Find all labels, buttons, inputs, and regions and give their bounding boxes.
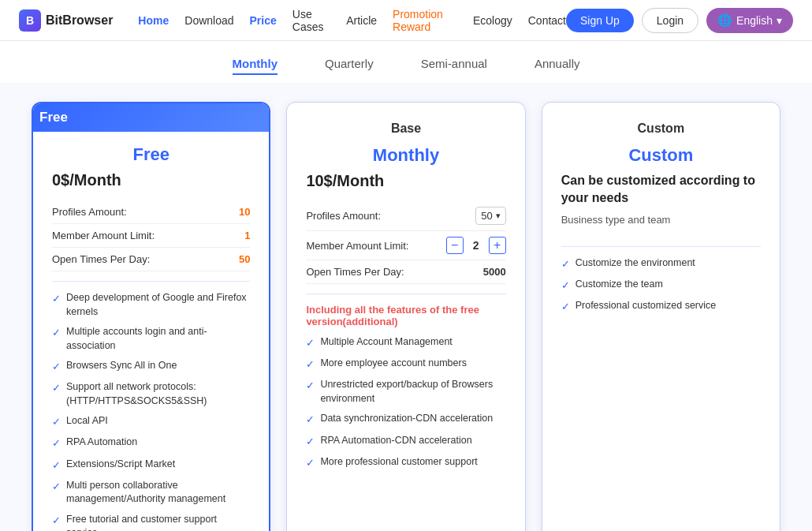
free-divider [52, 281, 250, 282]
free-profiles-value: 10 [239, 206, 250, 218]
nav-contact[interactable]: Contact [528, 14, 566, 27]
base-feature-1: ✓ Multiple Account Management [306, 335, 505, 350]
base-features-note: Including all the features of the free v… [306, 304, 505, 327]
tab-monthly[interactable]: Monthly [233, 57, 278, 75]
navbar: B BitBrowser Home Download Price Use Cas… [0, 0, 812, 41]
free-profiles-label: Profiles Amount: [52, 206, 127, 218]
custom-divider [561, 246, 761, 247]
base-header-text: Base [391, 122, 421, 135]
base-feature-3-text: Unrestricted export/backup of Browsers e… [320, 378, 505, 406]
free-feature-1-text: Deep development of Google and Firefox k… [66, 291, 250, 319]
period-tabs: Monthly Quarterly Semi-annual Annually [0, 41, 812, 83]
free-member-label: Member Amount Limit: [52, 230, 155, 241]
free-opentimes-value: 50 [239, 253, 250, 265]
custom-plan-name: Custom [561, 145, 761, 166]
custom-feature-3-text: Professional customized service [575, 299, 717, 313]
signup-button[interactable]: Sign Up [566, 9, 634, 32]
custom-card-header: Custom [561, 122, 761, 145]
check-icon: ✓ [561, 279, 570, 293]
language-button[interactable]: 🌐 English ▾ [706, 8, 793, 33]
check-icon: ✓ [306, 379, 315, 393]
free-member-row: Member Amount Limit: 1 [52, 224, 250, 248]
custom-plan-desc: Can be customized according to your need… [561, 172, 761, 208]
login-button[interactable]: Login [642, 8, 698, 33]
custom-plan-sub: Business type and team [561, 214, 761, 226]
free-feature-list: ✓ Deep development of Google and Firefox… [52, 291, 250, 531]
base-feature-4-text: Data synchronization-CDN acceleration [320, 412, 493, 426]
check-icon: ✓ [561, 257, 570, 271]
free-feature-4: ✓ Support all network protocols: (HTTP/H… [52, 380, 250, 408]
nav-article[interactable]: Article [346, 14, 377, 27]
base-feature-2-text: More employee account numbers [320, 357, 467, 371]
base-profiles-label: Profiles Amount: [306, 210, 381, 222]
pricing-cards: Free Free 0$/Month Profiles Amount: 10 M… [0, 83, 812, 531]
base-plan-price: 10$/Month [306, 172, 505, 190]
nav-home[interactable]: Home [138, 14, 169, 27]
base-feature-4: ✓ Data synchronization-CDN acceleration [306, 412, 505, 427]
check-icon: ✓ [306, 435, 315, 449]
free-opentimes-row: Open Times Per Day: 50 [52, 248, 250, 271]
free-feature-5-text: Local API [66, 414, 108, 428]
stepper-increment[interactable]: + [489, 237, 506, 254]
nav-actions: Sign Up Login 🌐 English ▾ [566, 8, 793, 33]
free-member-value: 1 [244, 230, 250, 241]
base-member-row: Member Amount Limit: − 2 + [306, 231, 505, 260]
check-icon: ✓ [52, 415, 61, 429]
free-feature-3-text: Browsers Sync All in One [66, 359, 177, 373]
profiles-select-value: 50 [481, 210, 492, 222]
custom-feature-3: ✓ Professional customized service [561, 299, 761, 314]
free-feature-8-text: Multi person collaborative management/Au… [66, 479, 250, 507]
free-feature-6: ✓ RPA Automation [52, 436, 250, 451]
custom-feature-1: ✓ Customize the environment [561, 256, 761, 271]
free-card-header: Free [33, 103, 269, 132]
check-icon: ✓ [306, 456, 315, 470]
nav-price[interactable]: Price [250, 14, 277, 27]
free-feature-9: ✓ Free tutorial and customer support ser… [52, 513, 250, 531]
free-feature-8: ✓ Multi person collaborative management/… [52, 479, 250, 507]
nav-download[interactable]: Download [184, 14, 233, 27]
tab-annually[interactable]: Annually [535, 57, 580, 75]
logo-icon: B [19, 9, 41, 32]
stepper-value: 2 [468, 239, 484, 252]
base-feature-6: ✓ More professional customer support [306, 455, 505, 470]
base-opentimes-label: Open Times Per Day: [306, 266, 404, 278]
nav-usecases[interactable]: Use Cases [292, 8, 330, 33]
logo[interactable]: B BitBrowser [19, 9, 113, 32]
base-feature-5-text: RPA Automation-CDN acceleration [320, 434, 471, 448]
custom-feature-1-text: Customize the environment [575, 256, 695, 271]
tab-quarterly[interactable]: Quarterly [325, 57, 374, 75]
base-profiles-row: Profiles Amount: 50 ▾ [306, 201, 505, 231]
globe-icon: 🌐 [717, 13, 732, 28]
check-icon: ✓ [52, 458, 61, 473]
member-stepper: − 2 + [446, 237, 506, 254]
free-opentimes-label: Open Times Per Day: [52, 253, 150, 265]
free-feature-6-text: RPA Automation [66, 436, 137, 450]
free-feature-3: ✓ Browsers Sync All in One [52, 359, 250, 374]
base-card-header: Base [306, 122, 505, 145]
check-icon: ✓ [52, 436, 61, 451]
base-feature-5: ✓ RPA Automation-CDN acceleration [306, 434, 505, 449]
custom-header-text: Custom [638, 122, 685, 135]
nav-promo[interactable]: Promotion Reward [393, 8, 457, 33]
free-plan-card: Free Free 0$/Month Profiles Amount: 10 M… [32, 102, 270, 531]
base-plan-card: Base Monthly 10$/Month Profiles Amount: … [286, 102, 525, 531]
nav-ecology[interactable]: Ecology [473, 14, 512, 27]
nav-links: Home Download Price Use Cases Article Pr… [138, 8, 566, 33]
free-feature-5: ✓ Local API [52, 414, 250, 429]
free-feature-2-text: Multiple accounts login and anti-associa… [66, 325, 250, 353]
free-feature-2: ✓ Multiple accounts login and anti-assoc… [52, 325, 250, 353]
tab-semiannual[interactable]: Semi-annual [421, 57, 487, 75]
chevron-down-icon: ▾ [777, 14, 782, 27]
chevron-down-icon: ▾ [496, 211, 501, 221]
stepper-decrement[interactable]: − [446, 237, 464, 254]
custom-feature-list: ✓ Customize the environment ✓ Customize … [561, 256, 761, 531]
check-icon: ✓ [306, 336, 315, 350]
base-plan-name: Monthly [306, 145, 505, 166]
check-icon: ✓ [561, 300, 570, 314]
free-feature-7: ✓ Extensions/Script Market [52, 458, 250, 473]
logo-text: BitBrowser [46, 13, 113, 28]
lang-label: English [736, 14, 773, 27]
base-feature-3: ✓ Unrestricted export/backup of Browsers… [306, 378, 505, 406]
base-opentimes-row: Open Times Per Day: 5000 [306, 260, 505, 284]
profiles-select[interactable]: 50 ▾ [475, 207, 505, 225]
